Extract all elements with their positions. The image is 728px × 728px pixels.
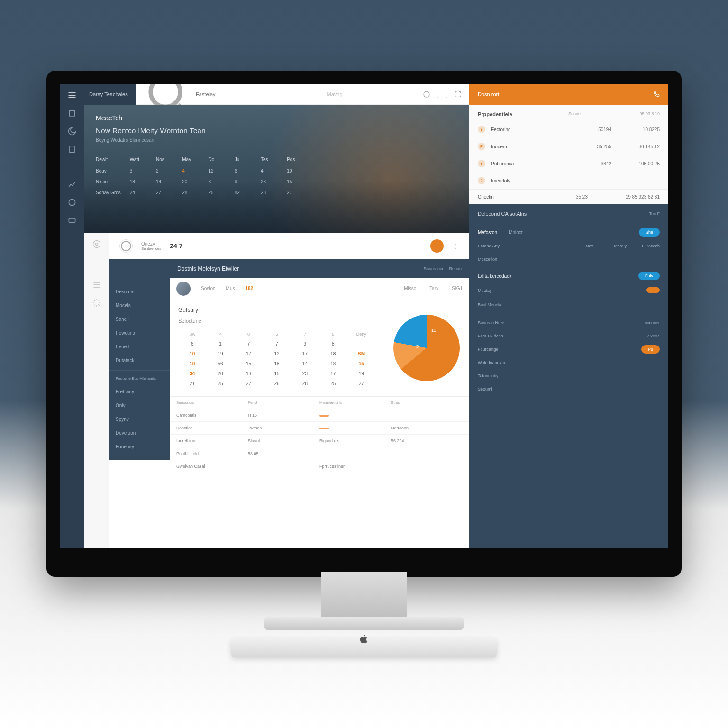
table-row[interactable]: Gwelvan CasalFprrucestiner xyxy=(170,460,469,473)
tab[interactable]: Tary xyxy=(429,286,438,291)
top-center-label: Mavng xyxy=(246,91,423,97)
table-row[interactable]: SonctiorTwrnesNortoaon xyxy=(170,422,469,435)
menu-icon[interactable] xyxy=(67,91,77,100)
tab[interactable]: Misso xyxy=(404,286,416,291)
tab[interactable]: Mefoston xyxy=(478,230,497,235)
table-row[interactable]: IberethionSlauntBigand dis56 294 xyxy=(170,435,469,447)
row: Entand AnyNesTesroly8 Pococh xyxy=(469,239,668,253)
avatar[interactable] xyxy=(176,282,191,296)
action-button[interactable]: Sha xyxy=(639,228,660,237)
right-header: Dosn rort xyxy=(469,84,668,105)
add-button[interactable]: · xyxy=(430,239,444,253)
table-row[interactable]: Pnotl Ild eld58 05 xyxy=(170,447,469,460)
row: Seoumi xyxy=(469,382,668,396)
hero-subtitle2: Beyng Wodatrs Slanncesan xyxy=(96,137,458,143)
square-icon[interactable] xyxy=(67,109,77,118)
icon-rail-secondary xyxy=(84,233,109,548)
row: Ferau F dcon7 2004 xyxy=(469,329,668,343)
sparkle-icon[interactable] xyxy=(92,298,101,308)
sidebar-item[interactable]: Only xyxy=(109,399,170,412)
summary-avatar-icon xyxy=(119,239,133,253)
list-item[interactable]: 9Fectoring5019410 8225 xyxy=(469,121,668,138)
sidebar-item[interactable]: Beoert xyxy=(109,340,170,354)
sidebar-item[interactable]: Sanell xyxy=(109,312,170,326)
svg-rect-0 xyxy=(69,110,75,116)
help-icon[interactable] xyxy=(423,91,430,98)
calendar-card: Gufsury Seloctune Sw48575Deny 617798 101… xyxy=(170,299,384,396)
right-list-panel: PrppedentieleSonire 95 93 8 19 9Fectorin… xyxy=(469,105,668,204)
hero-banner: MeacTch Now Renfco IMeity Wornton Tean B… xyxy=(84,105,469,233)
svg-point-8 xyxy=(121,241,131,251)
hero-table: DewitWattNosMayDoJuTesPos Boav324126410 … xyxy=(96,154,313,198)
right-list-title: Prppedentiele xyxy=(478,111,512,117)
top-actions xyxy=(423,91,462,98)
brand: Daray Teachales xyxy=(84,84,136,105)
sidebar-item[interactable]: Pnotame Eds Mlenands xyxy=(109,370,170,385)
sidebar-item[interactable]: Spyny xyxy=(109,412,170,426)
svg-point-5 xyxy=(424,91,429,97)
lower-header: Dostnis Melelsyn Etwiler SoureanceRehan xyxy=(170,259,469,278)
icon-rail-primary xyxy=(60,84,84,548)
list-icon[interactable] xyxy=(92,280,101,290)
hero-title: MeacTch xyxy=(96,114,458,122)
topbar: Daray Teachales Mavng xyxy=(84,84,469,105)
lower-content: Dostnis Melelsyn Etwiler SoureanceRehan … xyxy=(170,259,469,548)
svg-point-4 xyxy=(151,84,180,107)
action-button[interactable]: Falv xyxy=(638,272,660,280)
target-icon[interactable] xyxy=(92,239,101,249)
tab[interactable]: SIG1 xyxy=(452,286,463,291)
tab-active[interactable]: 182 xyxy=(245,286,253,291)
lower-sidebar: Desumal Mocels Sanell Powetina Beoert Du… xyxy=(109,259,170,460)
list-item[interactable]: ?Imeurloly xyxy=(469,172,668,189)
svg-point-2 xyxy=(69,199,75,205)
expand-icon[interactable] xyxy=(454,91,462,98)
summary-sub: Sentaences xyxy=(141,246,161,251)
tab[interactable]: Mus xyxy=(226,286,235,291)
calendar-grid: Sw48575Deny 617798 101917121718BM 105615… xyxy=(178,329,375,389)
doc-icon[interactable] xyxy=(67,145,77,154)
hero-subtitle: Now Renfco IMeity Wornton Tean xyxy=(96,127,458,135)
bottom-table: SenocraysFenslMennhedunisSuas CamcontlsH… xyxy=(170,396,469,473)
sidebar-item[interactable]: Develuoni xyxy=(109,426,170,440)
row: FourcartgePu xyxy=(469,343,668,356)
svg-rect-3 xyxy=(69,218,75,222)
circle-icon[interactable] xyxy=(67,198,77,207)
more-icon[interactable]: ⋮ xyxy=(452,242,459,250)
moon-icon[interactable] xyxy=(67,127,77,136)
tabs: Sosion Mus 182 Misso Tary SIG1 xyxy=(170,278,469,299)
row: Wute Inanctan xyxy=(469,356,668,369)
summary-strip: Onezy Sentaences 24 7 · ⋮ xyxy=(109,233,469,259)
cart-icon[interactable] xyxy=(437,91,447,98)
lower-panel: Desumal Mocels Sanell Powetina Beoert Du… xyxy=(109,259,469,548)
sidebar-item[interactable]: Fonenay xyxy=(109,440,170,454)
pie-chart: 11 5 xyxy=(384,299,469,396)
sidebar-item[interactable]: Mocels xyxy=(109,299,170,312)
right-column: Dosn rort PrppedentieleSonire 95 93 8 19… xyxy=(469,84,668,548)
apple-logo-icon xyxy=(359,633,369,646)
chart-title: Gufsury xyxy=(178,307,375,313)
pill-button[interactable]: Pu xyxy=(641,345,660,354)
chip-icon xyxy=(646,287,660,293)
list-item[interactable]: ♣Pobarorica3842105 00 25 xyxy=(469,155,668,172)
right-dark-panel: Delecond CA sotAlnsTon F Mefoston Mnloct… xyxy=(469,204,668,548)
chart-icon[interactable] xyxy=(67,180,77,189)
sidebar-item[interactable]: Desumal xyxy=(109,285,170,299)
summary-value: 24 7 xyxy=(170,242,182,250)
row: Tatoni tuby xyxy=(469,369,668,382)
list-item[interactable]: Chectin35 2319 85 923 62 31 xyxy=(469,189,668,204)
card-icon[interactable] xyxy=(67,216,77,225)
list-item[interactable]: PInoderm35 25536 145 12 xyxy=(469,138,668,155)
tab[interactable]: Mnloct xyxy=(509,230,522,235)
sidebar-item[interactable]: Dutatack xyxy=(109,354,170,367)
sidebar-item[interactable]: Fref biny xyxy=(109,385,170,399)
table-row[interactable]: CamcontlsH 15 xyxy=(170,409,469,422)
phone-icon[interactable] xyxy=(653,91,660,98)
tab[interactable]: Sosion xyxy=(201,286,216,291)
summary-label: Onezy xyxy=(141,241,161,246)
svg-point-7 xyxy=(95,243,98,246)
search-input[interactable] xyxy=(196,91,246,97)
sidebar-item[interactable]: Powetina xyxy=(109,326,170,340)
row: Mutday xyxy=(469,283,668,298)
row: Moscetlon xyxy=(469,253,668,266)
chart-subtitle: Seloctune xyxy=(178,318,375,324)
